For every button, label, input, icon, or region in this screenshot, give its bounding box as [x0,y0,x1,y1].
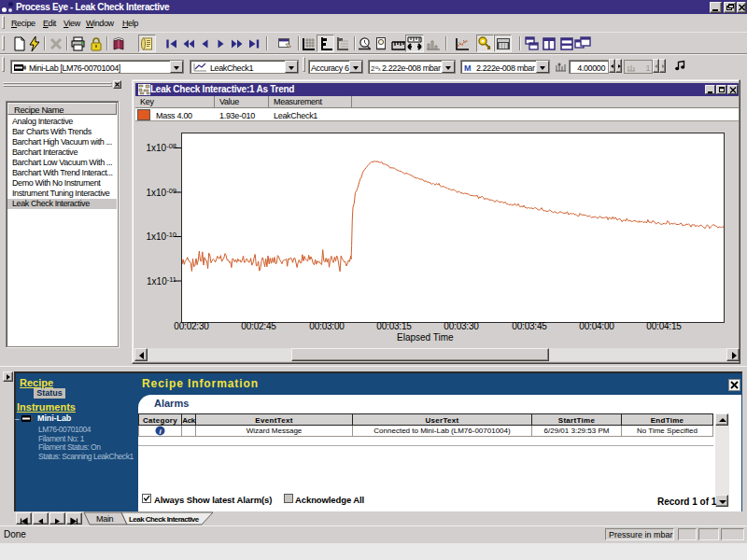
svg-text:x: x [378,66,381,72]
svg-text:Main: Main [96,514,114,524]
svg-text:Leak Check Interactive: Leak Check Interactive [129,515,200,524]
